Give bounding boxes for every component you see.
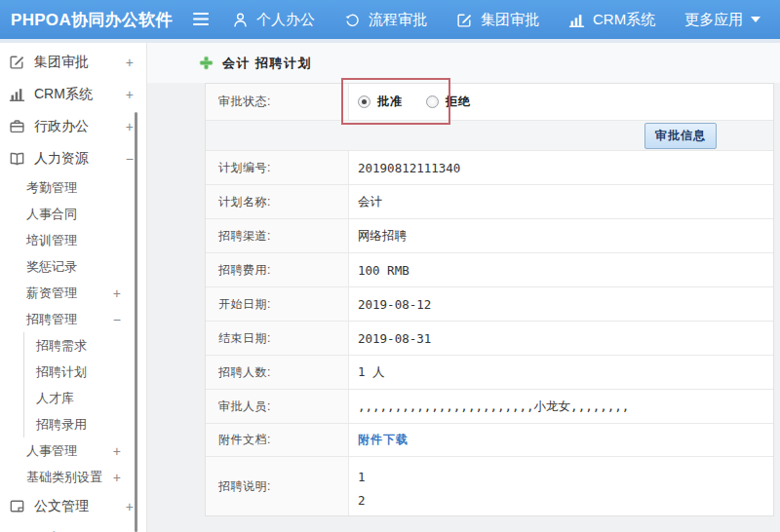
field-row-approvers: 审批人员:,,,,,,,,,,,,,,,,,,,,,,,,小龙女,,,,,,,,: [206, 390, 773, 424]
sidebar-item-salary-mgmt[interactable]: 薪资管理+: [0, 280, 146, 306]
field-row-recruit-channel: 招聘渠道:网络招聘: [206, 219, 773, 253]
bar-chart-icon: [568, 12, 585, 28]
radio-option-拒绝[interactable]: 拒绝: [426, 94, 471, 110]
field-label-recruit-cost: 招聘费用:: [206, 253, 349, 286]
sidebar-item-document-mgmt[interactable]: 公文管理+: [0, 490, 146, 522]
sidebar-item-label: 人力资源: [34, 150, 89, 168]
field-row-plan-name: 计划名称:会计: [206, 185, 773, 219]
sidebar-item-talent-pool[interactable]: 人才库: [0, 385, 146, 411]
field-row-start-date: 开始日期:2019-08-12: [206, 287, 773, 322]
radio-label: 拒绝: [446, 94, 471, 110]
add-icon: [199, 56, 214, 70]
sidebar-item-label: 人事管理: [26, 442, 77, 460]
field-row-description: 招聘说明:1 2: [206, 457, 773, 515]
nav-label: 个人办公: [256, 11, 315, 29]
nav-item-more-apps[interactable]: 更多应用: [684, 11, 760, 29]
sidebar-item-recruit-demand[interactable]: 招聘需求: [0, 332, 146, 359]
field-label-headcount: 招聘人数:: [206, 356, 349, 389]
page-title: 会计 招聘计划: [222, 55, 312, 72]
nav-item-group-approval[interactable]: 集团审批: [456, 11, 539, 29]
sidebar-item-crm-system[interactable]: CRM系统+: [0, 78, 146, 110]
sidebar-item-recruitment-mgmt[interactable]: 招聘管理−: [0, 306, 146, 332]
field-value-recruit-cost: 100 RMB: [349, 253, 773, 286]
menu-icon[interactable]: [193, 13, 211, 26]
nav-item-personal-office[interactable]: 个人办公: [232, 11, 315, 29]
field-label-description: 招聘说明:: [206, 457, 349, 515]
action-row: 审批信息: [206, 121, 773, 151]
main-content: 会计 招聘计划 审批状态: 批准拒绝 审批信息 计划编号:20190812111…: [147, 43, 780, 532]
sidebar-item-label: 招聘需求: [36, 337, 87, 355]
sidebar-item-label: 人才库: [36, 390, 74, 407]
radio-icon[interactable]: [358, 95, 370, 108]
sidebar: 集团审批+CRM系统+行政办公+人力资源−考勤管理人事合同培训管理奖惩记录薪资管…: [0, 43, 147, 532]
field-label-approvers: 审批人员:: [206, 390, 349, 423]
app-window: PHPOA协同办公软件 个人办公流程审批集团审批CRM系统更多应用 集团审批+C…: [0, 0, 780, 532]
sidebar-item-label: 集团审批: [34, 54, 89, 71]
field-row-attachment: 附件文档:附件下载: [206, 424, 773, 457]
sidebar-item-vehicle-mgmt[interactable]: 用车管理+: [0, 522, 146, 532]
sidebar-item-label: 招聘录用: [36, 416, 87, 434]
nav-item-process-approval[interactable]: 流程审批: [344, 11, 427, 29]
field-value-start-date: 2019-08-12: [349, 287, 773, 321]
field-value-headcount: 1 人: [349, 356, 773, 389]
sidebar-item-group-approval[interactable]: 集团审批+: [0, 46, 146, 78]
field-row-plan-number: 计划编号:20190812111340: [206, 151, 773, 185]
sidebar-item-recruit-hire[interactable]: 招聘录用: [0, 411, 146, 437]
field-row-approval-status: 审批状态: 批准拒绝: [206, 84, 773, 121]
sidebar-item-label: 基础类别设置: [26, 469, 102, 486]
sidebar-item-label: 公文管理: [34, 498, 89, 515]
radio-icon[interactable]: [426, 95, 439, 108]
radio-label: 批准: [377, 94, 403, 110]
expand-toggle[interactable]: +: [113, 471, 121, 484]
app-title: PHPOA协同办公软件: [0, 9, 181, 31]
sidebar-item-training-mgmt[interactable]: 培训管理: [0, 227, 146, 253]
field-label-plan-number: 计划编号:: [206, 151, 349, 184]
content-header: 会计 招聘计划: [147, 43, 780, 83]
edit-square-icon: [9, 54, 25, 70]
field-value-description: 1 2: [349, 457, 773, 515]
sidebar-item-label: CRM系统: [34, 86, 93, 103]
sidebar-item-admin-office[interactable]: 行政办公+: [0, 110, 146, 142]
field-label-end-date: 结束日期:: [206, 322, 349, 355]
expand-toggle[interactable]: +: [113, 444, 121, 458]
field-value-approvers: ,,,,,,,,,,,,,,,,,,,,,,,,小龙女,,,,,,,,: [349, 390, 773, 423]
sidebar-item-hr-contract[interactable]: 人事合同: [0, 201, 146, 227]
sidebar-item-recruit-plan[interactable]: 招聘计划: [0, 359, 146, 385]
nav-label: 集团审批: [481, 11, 539, 29]
topbar-nav: 个人办公流程审批集团审批CRM系统更多应用: [232, 11, 760, 29]
process-icon: [344, 12, 361, 28]
expand-toggle[interactable]: −: [113, 313, 121, 326]
sidebar-item-personnel-mgmt[interactable]: 人事管理+: [0, 437, 146, 464]
edit-square-icon: [456, 12, 473, 28]
sidebar-item-label: 考勤管理: [26, 179, 77, 197]
field-value-recruit-channel: 网络招聘: [349, 219, 773, 252]
expand-toggle[interactable]: +: [113, 286, 121, 300]
sidebar-item-reward-records[interactable]: 奖惩记录: [0, 253, 146, 280]
field-label-approval-status: 审批状态:: [206, 84, 349, 120]
sidebar-item-attendance-mgmt[interactable]: 考勤管理: [0, 174, 146, 201]
sidebar-item-label: 行政办公: [34, 118, 89, 135]
field-label-recruit-channel: 招聘渠道:: [206, 219, 349, 252]
sidebar-scrollbar-thumb[interactable]: [135, 112, 137, 532]
sidebar-item-label: 招聘管理: [26, 311, 77, 328]
expand-toggle[interactable]: −: [126, 152, 134, 166]
expand-toggle[interactable]: +: [126, 500, 134, 513]
approval-form: 审批状态: 批准拒绝 审批信息 计划编号:20190812111340计划名称:…: [205, 83, 774, 516]
nav-label: 流程审批: [369, 11, 427, 29]
approval-status-options: 批准拒绝: [349, 84, 773, 120]
field-label-attachment: 附件文档:: [206, 424, 349, 456]
expand-toggle[interactable]: +: [126, 88, 134, 101]
sidebar-item-base-category-settings[interactable]: 基础类别设置+: [0, 464, 146, 490]
attachment-download-link[interactable]: 附件下载: [358, 432, 409, 448]
expand-toggle[interactable]: +: [126, 120, 134, 133]
field-row-recruit-cost: 招聘费用:100 RMB: [206, 253, 773, 287]
radio-option-批准[interactable]: 批准: [358, 94, 403, 110]
nav-item-crm-system[interactable]: CRM系统: [568, 11, 655, 29]
sidebar-item-label: 培训管理: [26, 232, 77, 249]
approval-info-button[interactable]: 审批信息: [644, 123, 717, 149]
sidebar-item-human-resources[interactable]: 人力资源−: [0, 142, 146, 174]
expand-toggle[interactable]: +: [126, 56, 134, 69]
briefcase-icon: [9, 118, 25, 134]
field-value-plan-name: 会计: [349, 185, 773, 218]
sidebar-item-label: 薪资管理: [26, 285, 77, 302]
